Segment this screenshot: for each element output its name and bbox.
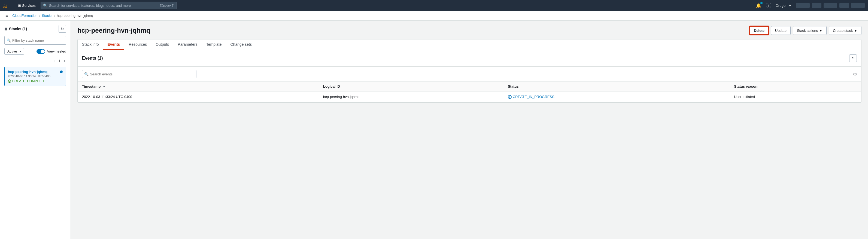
breadcrumb-cloudformation[interactable]: CloudFormation [12,13,38,18]
events-panel: Events (1) ↻ 🔍 ⚙ [78,50,861,102]
breadcrumb-separator-2: › [54,14,55,18]
sidebar-title: ▣ Stacks (1) [4,27,27,31]
filter-search-icon: 🔍 [6,38,11,42]
page-number: 1 [59,59,60,63]
status-info-icon: i [508,95,512,99]
grid-icon: ⊞ [18,4,21,8]
tab-container: Stack info Events Resources Outputs Para… [78,39,862,103]
secondary-navigation: ≡ CloudFormation › Stacks › hcp-peering-… [0,11,868,21]
tab-template[interactable]: Template [202,39,226,50]
breadcrumb-separator-1: › [39,14,40,18]
status-filter-select[interactable]: Active [4,48,24,55]
services-button[interactable]: ⊞ Services [17,2,37,9]
stack-active-indicator [60,70,63,73]
content-area: hcp-peering-hvn-jqhmq Delete Update Stac… [71,21,868,239]
cell-timestamp: 2022-10-03 11:33:24 UTC-0400 [78,92,319,102]
events-search-input[interactable] [82,70,196,78]
pagination: ‹ 1 › [4,58,66,63]
events-refresh-button[interactable]: ↻ [849,55,857,62]
stack-status-check-icon [8,79,11,83]
breadcrumb: CloudFormation › Stacks › hcp-peering-hv… [12,13,93,18]
delete-button[interactable]: Delete [749,26,769,35]
search-icon: 🔍 [43,4,48,8]
page-title: hcp-peering-hvn-jqhmq [78,27,150,34]
events-table: Timestamp ▼ Logical ID Status Status rea… [78,82,861,102]
col-logical-id: Logical ID [319,82,503,92]
events-search-icon: 🔍 [84,72,89,76]
next-page-button[interactable]: › [63,58,66,63]
search-bar[interactable]: 🔍 [Option+S] [40,2,177,9]
events-settings-button[interactable]: ⚙ [853,72,857,77]
view-nested-label: View nested [47,49,66,53]
filter-input-container: 🔍 [4,36,66,45]
filter-input[interactable] [4,36,66,45]
breadcrumb-stacks[interactable]: Stacks [42,13,53,18]
status-filter-wrapper: Active [4,48,24,55]
col-status: Status [503,82,730,92]
events-title: Events (1) [82,56,103,61]
refresh-icon: ↻ [61,27,64,31]
events-search-wrap: 🔍 ⚙ [78,67,861,82]
cell-logical-id: hcp-peering-hvn-jqhmq [319,92,503,102]
gear-icon: ⚙ [853,72,857,76]
chevron-down-icon: ▼ [788,4,792,8]
sidebar: ▣ Stacks (1) ↻ 🔍 Active View nested ‹ [0,21,71,239]
sidebar-stack-icon: ▣ [4,27,7,31]
content-header: hcp-peering-hvn-jqhmq Delete Update Stac… [78,26,862,35]
sidebar-refresh-button[interactable]: ↻ [59,25,66,33]
notifications-button[interactable]: 🔔 [756,3,762,8]
tab-resources[interactable]: Resources [124,39,151,50]
stack-item-date: 2022-10-03 11:33:24 UTC-0400 [8,75,63,78]
tab-stack-info[interactable]: Stack info [78,39,103,50]
top-navigation: aws ⊞ Services 🔍 [Option+S] 🔔 ? Oregon ▼ [0,0,868,11]
events-search-container: 🔍 [82,70,196,78]
action-buttons: Delete Update Stack actions ▼ Create sta… [749,26,862,35]
filter-controls: Active View nested [4,48,66,55]
view-nested-toggle-switch[interactable] [36,49,45,54]
tabs-bar: Stack info Events Resources Outputs Para… [78,39,861,50]
help-icon: ? [766,3,771,8]
search-input[interactable] [49,4,159,8]
prev-page-button[interactable]: ‹ [53,58,56,63]
update-button[interactable]: Update [771,26,790,35]
col-timestamp: Timestamp ▼ [78,82,319,92]
stack-list-item[interactable]: hcp-peering-hvn-jqhmq 2022-10-03 11:33:2… [4,67,66,86]
table-row: 2022-10-03 11:33:24 UTC-0400 hcp-peering… [78,92,861,102]
tab-change-sets[interactable]: Change sets [226,39,256,50]
create-stack-chevron-icon: ▼ [854,29,857,33]
cell-status-reason: User Initiated [730,92,861,102]
stack-actions-chevron-icon: ▼ [819,29,823,33]
help-button[interactable]: ? [766,3,771,8]
tab-events[interactable]: Events [103,39,124,50]
sort-icon-timestamp: ▼ [103,85,105,88]
view-nested-toggle: View nested [36,49,66,54]
search-shortcut: [Option+S] [160,4,174,7]
col-status-reason: Status reason [730,82,861,92]
tab-outputs[interactable]: Outputs [151,39,173,50]
events-refresh-icon: ↻ [851,56,855,61]
hamburger-button[interactable]: ≡ [4,12,9,19]
stack-actions-button[interactable]: Stack actions ▼ [793,26,827,35]
cell-status: i CREATE_IN_PROGRESS [503,92,730,102]
create-stack-button[interactable]: Create stack ▼ [829,26,862,35]
tab-parameters[interactable]: Parameters [173,39,202,50]
svg-text:aws: aws [3,6,7,8]
aws-logo[interactable]: aws [3,3,12,8]
events-header: Events (1) ↻ [78,50,861,67]
region-selector[interactable]: Oregon ▼ [776,4,792,8]
breadcrumb-current: hcp-peering-hvn-jqhmq [57,13,93,18]
stack-status-label: CREATE_COMPLETE [12,79,45,83]
